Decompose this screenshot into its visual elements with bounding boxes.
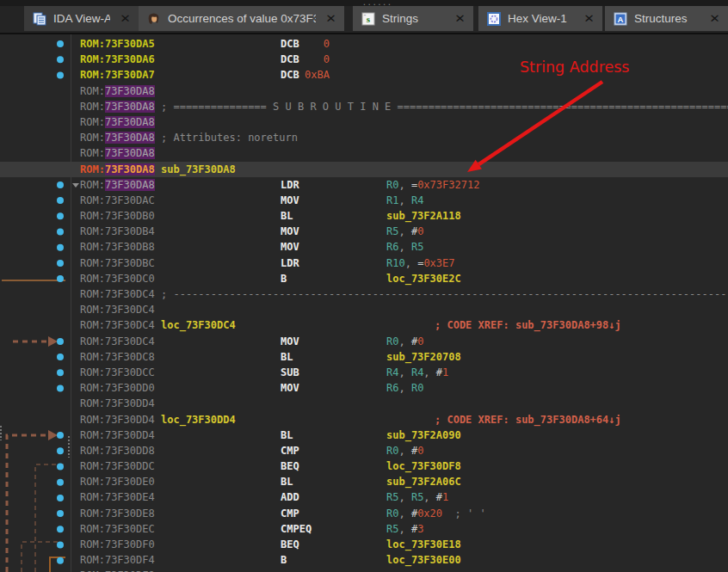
disassembly-row[interactable]: ROM:73F30DE8CMPR0, #0x20 ; ' ' [0,506,728,521]
disassembly-row[interactable]: ROM:73F30DD4 [0,396,728,411]
disassembly-row[interactable]: ROM:73F30DD4BLsub_73F2A090 [0,427,728,443]
disassembly-row[interactable]: ROM:73F30DA8; Attributes: noreturn [0,130,728,145]
tab-label: IDA View-A [53,12,110,25]
operands: R5, R5, #1 [386,489,448,505]
disassembly-row[interactable]: ROM:73F30DB4MOVR5, #0 [0,224,728,239]
operand-token: R6 [386,382,398,394]
tab-close-icon[interactable]: ✕ [120,12,131,25]
collapse-triangle-icon[interactable] [72,183,79,188]
symbol-ref[interactable]: sub_73F2A118 [386,210,461,222]
label-name[interactable]: loc_73F30DC4 [161,317,236,333]
disassembly-row[interactable]: ROM:73F30DC8BLsub_73F20708 [0,349,728,365]
label-name[interactable]: sub_73F30DA8 [161,162,236,177]
operand-token: , [398,179,410,191]
symbol-ref[interactable]: sub_73F2A06C [386,476,461,488]
disassembly-row[interactable]: ROM:73F30DA8LDRR0, =0x73F32712 [0,177,728,193]
symbol-ref[interactable]: sub_73F20708 [386,351,461,363]
symbol-ref[interactable]: loc_73F30DF8 [386,460,461,472]
operand-token: R0 [411,382,423,394]
label-name[interactable]: loc_73F30DD4 [161,412,236,427]
disassembly-row[interactable]: ROM:73F30DACMOVR1, R4 [0,193,728,208]
disassembly-row[interactable]: ROM:73F30DA8; =============== S U B R O … [0,99,728,114]
tab-close-icon[interactable]: ✕ [709,12,720,25]
tab-close-icon[interactable]: ✕ [454,12,466,25]
operands: sub_73F2A090 [386,427,461,443]
comment: ; --------------------------------------… [161,286,728,302]
operand-token: R5 [386,225,398,237]
disassembly-row[interactable]: ROM:73F30DA8 [0,145,728,161]
disassembly-row[interactable]: ROM:73F30DBCLDRR10, =0x3E7 [0,255,728,271]
mnemonic: DCB [281,36,299,52]
address: ROM:73F30DD8 [80,443,155,458]
operand-token: , [423,366,435,378]
address: ROM:73F30DF4 [80,552,155,568]
operand-token: 0x3E7 [423,257,454,269]
tab-occurrences-of-value-0x73f32712[interactable]: Occurrences of value 0x73F32712✕ [139,6,344,31]
operands: loc_73F30E00 [386,552,461,568]
tab-label: Occurrences of value 0x73F32712 [168,12,316,25]
disassembly-row[interactable]: ROM:73F30DC4; --------------------------… [0,286,728,302]
disassembly-row[interactable]: ROM:73F30DC4MOVR0, #0 [0,334,728,349]
disassembly-row[interactable]: ROM:73F30DA5DCB 0 [0,36,728,52]
disassembly-row[interactable]: ROM:73F30DE0BLsub_73F2A06C [0,474,728,489]
svg-text:'': '' [364,13,366,18]
operand-token: R4 [411,366,423,378]
operand-token: R0 [386,507,398,520]
disassembly-row[interactable]: ROM:73F30DD0MOVR6, R0 [0,380,728,396]
disassembly-row[interactable]: ROM:73F30DA8 [0,83,728,99]
disassembly-row[interactable]: ROM:73F30DB8MOVR6, R5 [0,239,728,255]
disassembly-row[interactable]: ROM:73F30DD8CMPR0, #0 [0,443,728,458]
disassembly-row[interactable]: ROM:73F30DF8; --------------------------… [0,568,728,572]
tab-close-icon[interactable]: ✕ [325,12,336,25]
disassembly-row[interactable]: ROM:73F30DA8sub_73F30DA8 [0,162,728,177]
mnemonic: MOV [281,193,299,208]
symbol-ref[interactable]: loc_73F30E18 [386,538,461,550]
disassembly-row[interactable]: ROM:73F30DF4Bloc_73F30E00 [0,552,728,568]
disassembly-listing[interactable]: ROM:73F30DA5DCB 0ROM:73F30DA6DCB 0ROM:73… [0,34,728,572]
tab-strings[interactable]: s''Strings✕ [353,6,473,31]
mnemonic: ADD [281,489,299,505]
operands: sub_73F20708 [386,349,461,365]
address: ROM:73F30DB8 [80,239,155,255]
tab-structures[interactable]: AStructures✕ [605,6,728,31]
operands: sub_73F2A118 [386,208,461,224]
operands: R4, R4, #1 [386,365,448,380]
mnemonic: MOV [281,224,299,239]
tab-hex-view-1[interactable]: Hex View-1✕ [478,6,602,31]
address: ROM:73F30DBC [80,255,155,271]
disassembly-row[interactable]: ROM:73F30DC4loc_73F30DC4; CODE XREF: sub… [0,317,728,333]
symbol-ref[interactable]: loc_73F30E00 [386,554,461,566]
strings-icon: s'' [361,12,375,26]
operands: R0, #0 [386,334,423,349]
tab-close-icon[interactable]: ✕ [583,12,595,25]
disassembly-row[interactable]: ROM:73F30DC4 [0,302,728,317]
address: ROM:73F30DE4 [80,489,155,505]
operand-token: , [398,445,410,457]
tab-bar: ...... IDA View-A✕Occurrences of value 0… [0,0,728,34]
disassembly-row[interactable]: ROM:73F30DECCMPEQR5, #3 [0,521,728,537]
mnemonic: CMP [281,506,299,521]
operand-token: , [398,507,410,520]
symbol-ref[interactable]: sub_73F2A090 [386,429,461,441]
operand-token: 0 [417,445,423,457]
disassembly-row[interactable]: ROM:73F30DC0Bloc_73F30E2C [0,271,728,286]
tab-ida-view-a[interactable]: IDA View-A✕ [24,6,139,31]
operand-token: R10 [386,257,405,269]
operand-token: , [398,491,410,503]
disassembly-row[interactable]: ROM:73F30DA8 [0,114,728,130]
disassembly-row[interactable]: ROM:73F30DF0BEQloc_73F30E18 [0,537,728,552]
disassembly-row[interactable]: ROM:73F30DB0BLsub_73F2A118 [0,208,728,224]
address: ROM:73F30DF8 [80,568,155,572]
disassembly-row[interactable]: ROM:73F30DD4loc_73F30DD4; CODE XREF: sub… [0,412,728,427]
symbol-ref[interactable]: loc_73F30E2C [386,273,461,285]
operands: loc_73F30E18 [386,537,461,552]
address: ROM:73F30DD4 [80,427,155,443]
address: ROM:73F30DA8 [80,177,155,193]
disassembly-row[interactable]: ROM:73F30DCCSUBR4, R4, #1 [0,365,728,380]
mnemonic: B [281,271,287,286]
disassembly-row[interactable]: ROM:73F30DE4ADDR5, R5, #1 [0,489,728,505]
operands: loc_73F30E2C [386,271,461,286]
address: ROM:73F30DEC [80,521,155,537]
disassembly-row[interactable]: ROM:73F30DDCBEQloc_73F30DF8 [0,458,728,474]
address: ROM:73F30DD4 [80,396,155,411]
